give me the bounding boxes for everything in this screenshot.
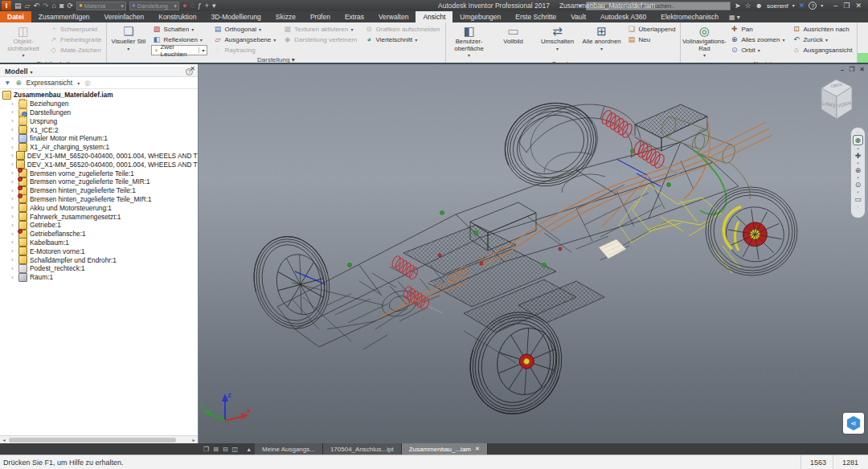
- expander-icon[interactable]: ›: [11, 265, 16, 272]
- button-alle-anordnen[interactable]: ⊞Alle anordnen▾: [582, 24, 622, 52]
- tree-item[interactable]: ›Beziehungen: [0, 100, 198, 108]
- button-zwei-leuchten[interactable]: ◑Zwei Leuchten▾: [151, 45, 208, 55]
- browser-title[interactable]: Modell: [5, 67, 28, 75]
- button-benutzer-oberfläche[interactable]: ◧Benutzer- oberfläche▾: [449, 24, 489, 59]
- button-ausgangsebene[interactable]: ▱Ausgangsebene▾: [211, 35, 277, 44]
- material-combo[interactable]: ●Material▾: [76, 2, 126, 10]
- ribbon-tab-elektromechanisch[interactable]: Elektromechanisch: [653, 11, 726, 22]
- tab-list-up-icon[interactable]: ▲: [243, 447, 255, 452]
- expander-icon[interactable]: ›: [11, 100, 16, 108]
- expander-icon[interactable]: ›: [11, 213, 16, 220]
- ribbon-tab-konstruktion[interactable]: Konstruktion: [151, 11, 203, 22]
- doc-minimize-button[interactable]: –: [841, 66, 844, 73]
- expander-icon[interactable]: ›: [11, 256, 16, 263]
- tree-item[interactable]: ›Podest_rechteck:1: [0, 264, 198, 273]
- open-folder-icon[interactable]: ▱: [25, 2, 31, 10]
- tree-item[interactable]: ›DEV_X1-MM_56520-040400, 0001.004, WHEEL…: [0, 152, 198, 161]
- browser-hscrollbar[interactable]: ◂ ▸: [0, 435, 198, 443]
- ribbon-tab-autodesk-a360[interactable]: Autodesk A360: [593, 11, 653, 22]
- tree-item[interactable]: ›Fahrwerk_zusammengesetzt:1: [0, 212, 198, 221]
- expander-icon[interactable]: ›: [11, 144, 16, 151]
- button-orthogonal[interactable]: ▤Orthogonal▾: [211, 24, 277, 34]
- ribbon-tab-3d-modellierung[interactable]: 3D-Modellierung: [203, 11, 268, 22]
- tree-item[interactable]: ›E-Motoren vorne:1: [0, 247, 198, 255]
- expander-icon[interactable]: ›: [11, 117, 16, 124]
- doc-tab-zusammenbau-iam[interactable]: Zusammenbau_...iam✕: [402, 443, 488, 455]
- express-view-label[interactable]: Expressansicht: [27, 79, 73, 87]
- inventor-logo-icon[interactable]: I: [2, 1, 11, 10]
- ribbon-tab-skizze[interactable]: Skizze: [268, 11, 303, 22]
- ribbon-tab-pr-fen[interactable]: Prüfen: [303, 11, 338, 22]
- a360-share-button[interactable]: ⋖: [843, 413, 864, 434]
- hscroll-left-icon[interactable]: ◂: [0, 437, 8, 442]
- darstellung-combo[interactable]: ●Darstellung▾: [129, 2, 179, 10]
- cascade-icon[interactable]: ❐: [203, 446, 209, 453]
- split-v-icon[interactable]: ◫: [232, 446, 239, 453]
- view-cube[interactable]: OBEN LINKS VORN: [812, 75, 860, 132]
- tree-item[interactable]: ›Bremsen vorne_zugelieferte Teile_MIR:1: [0, 177, 198, 186]
- favorites-star-icon[interactable]: ☆: [745, 2, 751, 10]
- ribbon-tab-vereinfachen[interactable]: Vereinfachen: [97, 11, 152, 22]
- browser-title-caret-icon[interactable]: ▾: [31, 69, 33, 75]
- home-icon[interactable]: ⌂: [52, 2, 56, 10]
- expander-icon[interactable]: ›: [11, 108, 16, 116]
- expander-icon[interactable]: ›: [11, 274, 16, 281]
- button-schatten[interactable]: ▨Schatten▾: [151, 24, 208, 34]
- tree-item[interactable]: ›Getriebe:1: [0, 221, 198, 230]
- tree-item[interactable]: ›X1_Air_charging_system:1: [0, 143, 198, 152]
- update-icon[interactable]: ⟳: [67, 2, 73, 10]
- button-vollbild[interactable]: ▭Vollbild: [493, 24, 534, 46]
- doc-close-button[interactable]: ✕: [859, 66, 865, 73]
- sphere-blue-icon[interactable]: ●: [132, 2, 136, 10]
- button-ausrichten-nach[interactable]: ⊡Ausrichten nach: [790, 24, 854, 34]
- undo-icon[interactable]: ↶: [33, 2, 39, 10]
- filter-icon[interactable]: ▼: [4, 79, 10, 87]
- expander-icon[interactable]: ›: [11, 247, 16, 255]
- expander-icon[interactable]: ›: [11, 195, 16, 202]
- close-button[interactable]: ✕: [855, 2, 862, 10]
- tab-overflow-icon[interactable]: ▦ ▾: [729, 14, 740, 22]
- expander-icon[interactable]: ›: [11, 230, 16, 238]
- button-neu[interactable]: ▤Neu: [626, 35, 678, 44]
- tree-root-item[interactable]: Zusammenbau_Materialdef.iam: [0, 91, 198, 100]
- redo-icon[interactable]: ↷: [43, 2, 49, 10]
- nav-wheel-icon[interactable]: ◎: [853, 135, 863, 145]
- combo-caret-icon[interactable]: ▾: [121, 2, 124, 10]
- ribbon-tab-extras[interactable]: Extras: [338, 11, 371, 22]
- doc-tab-close-icon[interactable]: ✕: [475, 446, 480, 452]
- doc-restore-button[interactable]: ❐: [849, 66, 854, 73]
- tree-item[interactable]: ›X1_ICE:2: [0, 125, 198, 134]
- measure-icon[interactable]: ◌: [190, 2, 194, 10]
- sphere-red-icon[interactable]: ●: [182, 2, 186, 10]
- expander-icon[interactable]: ›: [11, 204, 16, 211]
- panel-name-express[interactable]: Express: [858, 53, 868, 63]
- exchange-apps-icon[interactable]: ✕: [799, 2, 805, 10]
- tree-item[interactable]: ›Kabelbaum:1: [0, 239, 198, 247]
- button-überlappend[interactable]: ❏Überlappend: [626, 24, 678, 34]
- minimize-button[interactable]: –: [833, 2, 837, 10]
- expander-icon[interactable]: ›: [11, 169, 16, 177]
- ribbon-tab-ansicht[interactable]: Ansicht: [416, 11, 452, 22]
- hscroll-track[interactable]: [8, 437, 190, 443]
- button-umschalten[interactable]: ⇄Umschalten▾: [538, 24, 578, 52]
- zoom-icon[interactable]: ⊕: [855, 166, 862, 174]
- username[interactable]: soerenf: [767, 2, 788, 10]
- tree-item[interactable]: ›Bremsen vorne_zugelieferte Teile:1: [0, 169, 198, 177]
- camera-icon[interactable]: ◙: [59, 2, 63, 10]
- button-vollnavigations-rad[interactable]: ◎Vollnavigations- Rad▾: [684, 24, 724, 59]
- tree-item[interactable]: ›Raum:1: [0, 273, 198, 282]
- expander-icon[interactable]: ›: [11, 222, 16, 229]
- expander-icon[interactable]: ›: [11, 187, 16, 194]
- expander-icon[interactable]: ›: [11, 152, 14, 159]
- hscroll-right-icon[interactable]: ▸: [190, 437, 198, 442]
- expander-icon[interactable]: ›: [11, 161, 14, 168]
- expander-icon[interactable]: ›: [11, 135, 16, 142]
- button-orbit[interactable]: ⊙Orbit▾: [728, 45, 786, 55]
- help-icon[interactable]: ?: [809, 2, 817, 10]
- button-ausgangsansicht[interactable]: ⌂Ausgangsansicht: [790, 45, 854, 55]
- split-h-icon[interactable]: ⊟: [223, 446, 228, 453]
- button-viertelschnitt[interactable]: ◕Viertelschnitt▾: [363, 35, 442, 44]
- fx-icon[interactable]: ƒ: [198, 2, 202, 10]
- tree-item[interactable]: ›DEV_X1-MM_56520-040400, 0001.004, WHEEL…: [0, 160, 198, 169]
- sign-in-icon[interactable]: ➤: [735, 2, 741, 10]
